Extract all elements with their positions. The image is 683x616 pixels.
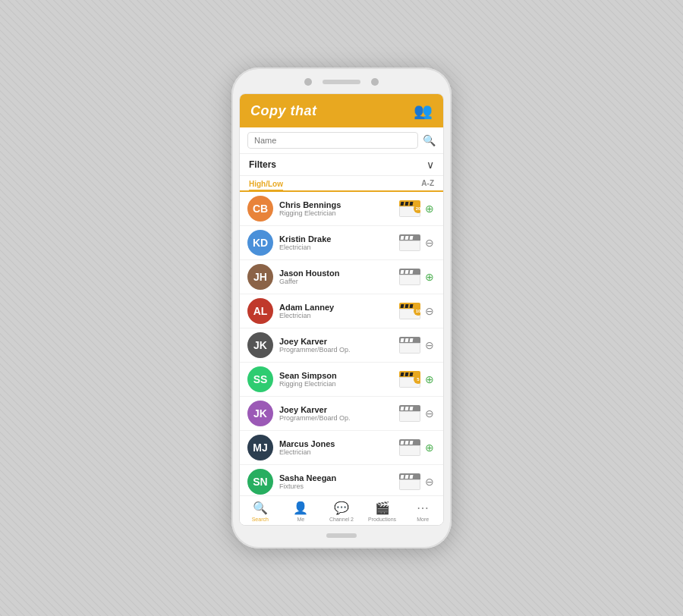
- clapper-body: [399, 240, 420, 251]
- phone-frame: Copy that 👥 🔍 Filters ∨ High/Low A-Z CB …: [231, 68, 452, 548]
- clapper-body: [399, 445, 420, 456]
- nav-icon: ⋯: [417, 501, 429, 515]
- person-actions: ⊖: [399, 405, 436, 422]
- person-role: Programmer/Board Op.: [279, 346, 399, 354]
- sort-az[interactable]: A-Z: [421, 179, 434, 187]
- action-button[interactable]: ⊕: [423, 203, 436, 215]
- clapper-top: [399, 234, 420, 240]
- person-role: Electrician: [279, 244, 399, 251]
- person-name: Adam Lanney: [279, 303, 399, 312]
- person-name: Marcus Jones: [279, 439, 399, 448]
- clapper-top: [399, 337, 420, 343]
- clapperboard-icon: 20: [399, 200, 420, 217]
- badge-count: 5: [414, 375, 420, 384]
- person-avatar: KD: [247, 230, 273, 256]
- nav-icon: 💬: [334, 501, 349, 515]
- clapperboard-icon: [399, 439, 420, 456]
- person-actions: 10 ⊖: [399, 303, 436, 319]
- phone-home-button[interactable]: [326, 533, 357, 538]
- person-list: CB Chris Bennings Rigging Electrician 20…: [240, 192, 443, 495]
- search-input[interactable]: [247, 132, 418, 149]
- clapperboard-icon: 10: [399, 303, 420, 319]
- sort-row: High/Low A-Z: [240, 176, 443, 192]
- phone-camera-right: [371, 78, 379, 86]
- person-role: Rigging Electrician: [279, 380, 399, 388]
- person-row[interactable]: SS Sean Simpson Rigging Electrician 5 ⊕: [240, 363, 443, 397]
- person-name: Kristin Drake: [279, 234, 399, 244]
- action-button[interactable]: ⊖: [423, 407, 436, 420]
- nav-label: Search: [252, 517, 269, 522]
- person-row[interactable]: JH Jason Houston Gaffer ⊕: [240, 260, 443, 294]
- person-actions: ⊖: [399, 337, 436, 354]
- person-row[interactable]: SN Sasha Neegan Fixtures ⊖: [240, 465, 443, 495]
- action-button[interactable]: ⊖: [423, 339, 436, 351]
- person-name: Sasha Neegan: [279, 473, 399, 482]
- nav-label: Productions: [368, 517, 396, 522]
- nav-icon: 👤: [293, 501, 308, 515]
- person-avatar: JK: [247, 332, 273, 358]
- person-row[interactable]: JK Joey Karver Programmer/Board Op. ⊖: [240, 397, 443, 431]
- person-row[interactable]: JK Joey Karver Programmer/Board Op. ⊖: [240, 328, 443, 363]
- nav-icon: 🎬: [375, 501, 390, 515]
- person-info: Adam Lanney Electrician: [279, 303, 399, 319]
- person-actions: ⊖: [399, 473, 436, 490]
- person-avatar: AL: [247, 298, 273, 324]
- person-info: Joey Karver Programmer/Board Op.: [279, 337, 399, 354]
- person-avatar: MJ: [247, 435, 273, 460]
- search-button[interactable]: 🔍: [423, 134, 436, 146]
- person-row[interactable]: KD Kristin Drake Electrician ⊖: [240, 226, 443, 260]
- person-actions: ⊖: [399, 234, 436, 251]
- filters-chevron-icon: ∨: [426, 159, 434, 171]
- nav-item-me[interactable]: 👤 Me: [281, 501, 322, 522]
- sort-high-low[interactable]: High/Low: [249, 180, 283, 191]
- clapper-top: [399, 439, 420, 445]
- action-button[interactable]: ⊕: [423, 442, 436, 454]
- nav-item-productions[interactable]: 🎬 Productions: [362, 501, 403, 522]
- person-name: Sean Simpson: [279, 371, 399, 380]
- person-role: Electrician: [279, 448, 399, 456]
- person-row[interactable]: MJ Marcus Jones Electrician ⊕: [240, 431, 443, 465]
- bottom-nav: 🔍 Search 👤 Me 💬 Channel 2 🎬 Productions …: [240, 495, 443, 525]
- person-role: Rigging Electrician: [279, 209, 399, 217]
- person-name: Chris Bennings: [279, 200, 399, 209]
- clapperboard-icon: [399, 405, 420, 422]
- person-name: Joey Karver: [279, 405, 399, 414]
- nav-label: Channel 2: [329, 517, 354, 522]
- person-info: Kristin Drake Electrician: [279, 234, 399, 251]
- person-role: Gaffer: [279, 278, 399, 285]
- clapper-top: [399, 269, 420, 275]
- person-name: Jason Houston: [279, 269, 399, 278]
- filters-label: Filters: [249, 159, 276, 170]
- clapper-body: [399, 479, 420, 490]
- person-role: Fixtures: [279, 482, 399, 490]
- action-button[interactable]: ⊕: [423, 271, 436, 283]
- action-button[interactable]: ⊖: [423, 305, 436, 317]
- person-info: Jason Houston Gaffer: [279, 269, 399, 285]
- filters-row[interactable]: Filters ∨: [240, 154, 443, 176]
- person-info: Sean Simpson Rigging Electrician: [279, 371, 399, 388]
- clapper-body: 20: [399, 206, 420, 217]
- clapper-body: [399, 275, 420, 285]
- clapperboard-icon: [399, 234, 420, 251]
- nav-item-channel-2[interactable]: 💬 Channel 2: [321, 501, 362, 522]
- clapper-body: 5: [399, 377, 420, 388]
- nav-item-search[interactable]: 🔍 Search: [240, 501, 281, 522]
- action-button[interactable]: ⊕: [423, 373, 436, 385]
- badge-count: 20: [414, 204, 420, 213]
- action-button[interactable]: ⊖: [423, 237, 436, 249]
- phone-speaker: [323, 80, 360, 84]
- person-actions: 5 ⊕: [399, 371, 436, 388]
- person-role: Electrician: [279, 312, 399, 319]
- nav-item-more[interactable]: ⋯ More: [402, 501, 443, 522]
- action-button[interactable]: ⊖: [423, 476, 436, 488]
- person-row[interactable]: AL Adam Lanney Electrician 10 ⊖: [240, 294, 443, 328]
- person-actions: 20 ⊕: [399, 200, 436, 217]
- person-avatar: SN: [247, 469, 273, 495]
- clapperboard-icon: [399, 269, 420, 285]
- users-icon: 👥: [414, 102, 433, 120]
- person-row[interactable]: CB Chris Bennings Rigging Electrician 20…: [240, 192, 443, 226]
- phone-screen: Copy that 👥 🔍 Filters ∨ High/Low A-Z CB …: [239, 93, 444, 526]
- person-role: Programmer/Board Op.: [279, 414, 399, 422]
- clapper-top: [399, 473, 420, 479]
- person-info: Joey Karver Programmer/Board Op.: [279, 405, 399, 422]
